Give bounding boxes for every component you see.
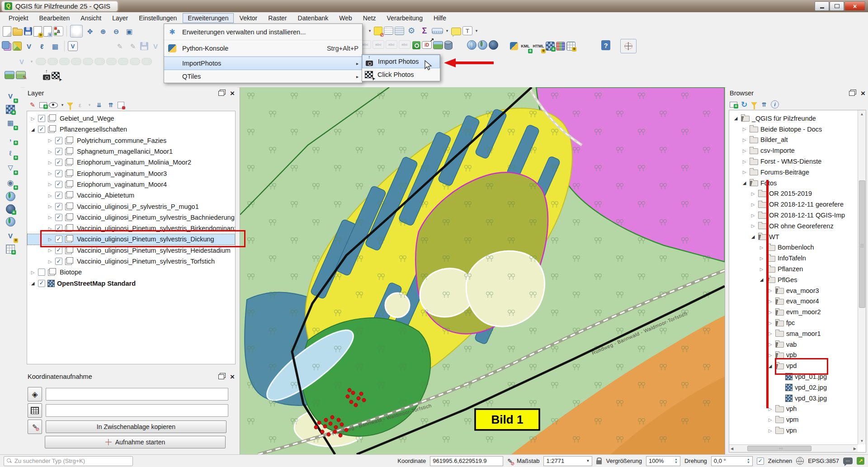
statistics-icon[interactable] (395, 27, 404, 35)
menu-raster[interactable]: Raster (263, 13, 292, 23)
layer-row[interactable]: OpenStreetMap Standard (27, 278, 235, 288)
layer-row[interactable]: Gebiet_und_Wege (27, 113, 235, 124)
browser-row[interactable]: OR 2018-12-11 georefere (729, 199, 866, 210)
add-group-icon[interactable] (39, 102, 47, 108)
current-edits-icon[interactable]: ✎ (114, 40, 126, 52)
toggle-editing-icon[interactable]: ✎ (127, 40, 139, 52)
web-binoculars-icon[interactable] (489, 40, 498, 50)
coordinate-capture-icon[interactable] (620, 39, 637, 53)
metasearch-icon[interactable] (467, 40, 476, 50)
layer-row[interactable]: Vaccinio_Abietetum (27, 190, 235, 201)
expander-icon[interactable] (741, 137, 747, 142)
minimize-button[interactable] (815, 1, 829, 11)
expander-icon[interactable] (741, 170, 747, 175)
add-raster-layer-icon[interactable] (6, 105, 15, 114)
click-photos-tool-icon[interactable] (52, 72, 60, 79)
add-mesh-icon[interactable]: ▦ (49, 40, 61, 52)
float-panel-icon[interactable] (218, 91, 224, 96)
filter-legend-icon[interactable] (67, 103, 73, 107)
browser-row[interactable]: eva_moor4 (729, 296, 866, 307)
layer-checkbox[interactable] (55, 181, 62, 188)
layer-checkbox[interactable] (55, 258, 62, 265)
close-button[interactable]: × (844, 1, 865, 11)
browser-row[interactable]: Beide Biotope - Docs (729, 124, 866, 135)
reshape-icon[interactable] (130, 58, 140, 65)
expander-icon[interactable] (750, 213, 756, 218)
expander-icon[interactable] (47, 204, 53, 209)
expander-icon[interactable] (750, 191, 756, 196)
browser-row[interactable]: csv-Importe (729, 145, 866, 156)
layer-row[interactable]: Eriophorum_vaginatum_Molinia_Moor2 (27, 157, 235, 168)
scroll-down-icon[interactable]: ▼ (858, 437, 866, 444)
wms-search-icon[interactable] (478, 40, 487, 50)
browser-horizontal-scrollbar[interactable]: ◀ ▶ (729, 444, 858, 452)
browser-row[interactable]: vpn (729, 425, 866, 436)
menu-einstellungen[interactable]: Einstellungen (134, 13, 182, 23)
browser-row[interactable]: Forst - WMS-Dienste (729, 156, 866, 167)
browser-row[interactable]: fpc (729, 317, 866, 328)
save-edits-icon[interactable] (140, 42, 148, 50)
menu-web[interactable]: Web (334, 13, 357, 23)
browser-row[interactable]: InfoTafeln (729, 253, 866, 264)
expand-all-icon[interactable]: ⇊ (94, 100, 104, 109)
html-tools-icon[interactable]: HTML (533, 40, 544, 52)
expander-icon[interactable] (741, 180, 747, 185)
browser-row[interactable]: Bilder_alt (729, 135, 866, 146)
expander-icon[interactable] (47, 138, 53, 143)
add-mesh-layer-icon[interactable]: ▦ (4, 117, 17, 129)
browser-row[interactable]: vab (729, 339, 866, 350)
expander-icon[interactable] (759, 245, 764, 250)
new-print-layout-icon[interactable] (33, 26, 42, 37)
menu-hilfe[interactable]: Hilfe (429, 13, 451, 23)
track-mouse-icon[interactable]: ✎ (28, 420, 42, 434)
scroll-left-icon[interactable]: ◀ (729, 447, 733, 451)
mouse-track-icon[interactable]: ✎ (507, 458, 513, 465)
import-photos-tool-icon[interactable] (43, 75, 50, 80)
expander-icon[interactable] (733, 116, 739, 121)
expander-icon[interactable] (47, 193, 53, 198)
layer-checkbox[interactable] (55, 203, 62, 210)
zoom-full-icon[interactable]: ▣ (123, 25, 135, 37)
crs-coordinate-input[interactable] (46, 388, 228, 401)
style-manager-icon[interactable]: a (53, 26, 63, 36)
map-styling-icon[interactable] (16, 71, 26, 79)
filter-expression-icon[interactable]: ε (75, 100, 85, 109)
expander-icon[interactable] (759, 256, 764, 261)
filter-browser-icon[interactable] (751, 102, 757, 106)
split-feature-icon[interactable] (142, 58, 152, 65)
add-postgis-icon[interactable]: ◉ (4, 177, 17, 189)
collapse-all-icon[interactable]: ⇈ (759, 100, 769, 109)
menu-item-manage-plugins[interactable]: ✱ Erweiterungen verwalten und installier… (164, 24, 362, 40)
measure-dropdown-icon[interactable]: ▾ (444, 25, 450, 37)
raster-checker-icon[interactable] (546, 42, 555, 51)
layer-checkbox[interactable] (55, 148, 62, 155)
close-panel-icon[interactable]: × (230, 90, 235, 97)
browser-row[interactable]: Fotos (729, 178, 866, 189)
browser-row[interactable]: PflGes (729, 274, 866, 285)
menu-vektor[interactable]: Vektor (235, 13, 263, 23)
copy-to-clipboard-button[interactable]: In Zwischenablage kopieren (46, 420, 226, 433)
raster-tools-icon[interactable] (433, 41, 443, 49)
osm-id-editor-icon[interactable]: iD (422, 41, 432, 49)
expander-icon[interactable] (47, 160, 53, 165)
expander-icon[interactable] (30, 127, 36, 132)
layer-row[interactable]: Sphagnetum_magellanici_Moor1 (27, 146, 235, 157)
browser-row[interactable]: OR 2018-12-11 QGIS-Imp (729, 210, 866, 221)
layout-manager-icon[interactable] (43, 26, 52, 37)
text-annotation-icon[interactable]: T (462, 26, 472, 35)
browser-row-file[interactable]: vpd_02.jpg (729, 382, 866, 393)
browser-row[interactable]: sma_moor1 (729, 328, 866, 339)
node-tool-icon[interactable]: V (150, 40, 161, 52)
add-spatialite-icon[interactable]: ℓ (36, 40, 48, 52)
advanced-digitize-icon[interactable]: V (16, 56, 28, 67)
add-ring-icon[interactable] (71, 58, 81, 65)
offline-editing-icon[interactable] (444, 41, 453, 50)
advanced-dropdown-icon[interactable]: ▾ (29, 56, 34, 67)
save-project-icon[interactable] (24, 27, 32, 35)
label-edit-icon[interactable]: abc (399, 40, 410, 49)
move-feature-icon[interactable] (36, 58, 46, 65)
fill-ring-icon[interactable] (94, 58, 105, 65)
expander-icon[interactable] (750, 202, 756, 207)
new-project-icon[interactable] (3, 26, 11, 37)
layer-checkbox[interactable] (55, 192, 62, 199)
